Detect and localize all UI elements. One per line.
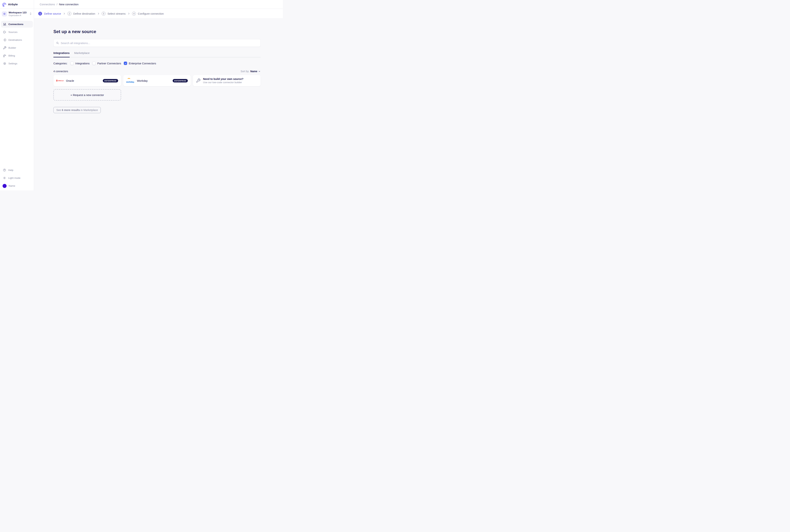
category-label: Partner Connectors: [97, 62, 121, 65]
category-label: Integrations: [75, 62, 90, 65]
step-number: 1: [38, 12, 42, 16]
destinations-icon: [3, 38, 6, 42]
step-label: Configure connection: [138, 12, 164, 15]
checkbox-checked[interactable]: [124, 62, 127, 65]
workspace-name: Workspace 123: [8, 11, 26, 14]
see-more-count: 6 more results: [62, 109, 80, 112]
chevron-right-icon: [97, 12, 100, 15]
builder-card-copy: Need to build your own source? Use our l…: [203, 77, 243, 84]
step-number: 4: [132, 12, 136, 16]
connections-icon: [3, 22, 6, 26]
brand-logo: Airbyte: [0, 0, 34, 9]
see-more-wrap: See 6 more results in Marketplace: [53, 107, 261, 113]
sidebar-nav: Connections Sources Dest: [0, 21, 34, 67]
connector-name: Workday: [137, 79, 148, 82]
oracle-wordmark: ORACLE: [58, 80, 64, 81]
connector-card-oracle[interactable]: ORACLE Oracle ENTERPRISE: [53, 75, 121, 86]
sources-icon: [3, 30, 6, 34]
check-icon: [124, 62, 127, 64]
workspace-initial-badge: O: [2, 11, 7, 16]
connector-grid: ORACLE Oracle ENTERPRISE workday. Workda…: [53, 75, 261, 100]
sidebar-item-billing[interactable]: Billing: [1, 52, 33, 59]
workspace-meta: Workspace 123 Organization A: [8, 11, 26, 16]
chevron-down-icon: [258, 70, 261, 73]
wrench-icon: [196, 78, 201, 83]
connector-card-workday[interactable]: workday. Workday ENTERPRISE: [123, 75, 191, 86]
footer-item-label: Help: [8, 169, 13, 171]
connector-name: Oracle: [66, 79, 74, 82]
workday-arc-mark: [127, 78, 131, 81]
categories-label: Categories:: [53, 62, 68, 65]
builder-icon: [3, 46, 6, 50]
sort-value: Name: [250, 70, 257, 73]
sidebar-item-connections[interactable]: Connections: [1, 21, 33, 27]
workspace-org: Organization A: [8, 14, 26, 16]
sidebar-item-label: Connections: [8, 23, 23, 25]
builder-card-subtitle: Use our low-code connector builder: [203, 81, 243, 84]
step-define-source: 1 Define source: [38, 12, 61, 16]
oracle-logo: ORACLE: [56, 80, 64, 81]
chevron-up-down-icon: [29, 12, 32, 16]
help-button[interactable]: Help: [0, 166, 34, 174]
light-mode-toggle[interactable]: Light mode: [0, 174, 34, 182]
step-label: Select streams: [108, 12, 126, 15]
step-configure-connection: 4 Configure connection: [132, 12, 164, 16]
category-partner-connectors[interactable]: Partner Connectors: [92, 62, 121, 65]
help-icon: [3, 168, 6, 172]
sidebar-item-destinations[interactable]: Destinations: [1, 37, 33, 43]
categories-filter: Categories: Integrations Partner Connect…: [53, 62, 261, 65]
sidebar-item-label: Destinations: [8, 39, 22, 41]
breadcrumb-current: New connection: [59, 3, 79, 6]
sidebar-item-label: Sources: [8, 31, 18, 34]
chevron-right-icon: [63, 12, 65, 15]
category-enterprise-connectors[interactable]: Enterprise Connectors: [124, 62, 156, 65]
request-new-connector-button[interactable]: + Request a new connector: [53, 89, 121, 100]
sort-by-label: Sort by:: [241, 70, 249, 73]
sidebar-footer: Help Light mode Name: [0, 166, 34, 190]
sidebar-item-sources[interactable]: Sources: [1, 29, 33, 36]
checkbox-unchecked[interactable]: [92, 62, 96, 65]
sun-icon: [3, 176, 6, 180]
see-more-prefix: See: [56, 109, 62, 112]
tab-marketplace[interactable]: Marketplace: [74, 51, 90, 57]
page-title: Set up a new source: [53, 29, 261, 34]
airbyte-app: Airbyte O Workspace 123 Organization A: [0, 0, 283, 190]
brand-name: Airbyte: [8, 3, 18, 6]
results-header: 4 connectors Sort by: Name: [53, 70, 261, 73]
builder-card-title: Need to build your own source?: [203, 77, 243, 80]
sidebar-item-builder[interactable]: Builder: [1, 44, 33, 51]
sort-control[interactable]: Sort by: Name: [241, 70, 261, 73]
search-input[interactable]: [61, 41, 258, 44]
user-menu[interactable]: Name: [0, 182, 34, 190]
tab-integrations[interactable]: Integrations: [53, 51, 70, 57]
breadcrumb-separator: /: [57, 3, 57, 6]
connector-tabs: Integrations Marketplace: [53, 51, 261, 57]
avatar: [3, 184, 6, 188]
workspace-selector[interactable]: O Workspace 123 Organization A: [0, 9, 34, 19]
breadcrumb-connections-link[interactable]: Connections: [40, 3, 55, 6]
sidebar-item-label: Settings: [8, 62, 17, 65]
connector-count: 4 connectors: [53, 70, 68, 73]
enterprise-badge: ENTERPRISE: [103, 79, 118, 82]
step-label: Define destination: [73, 12, 95, 15]
category-label: Enterprise Connectors: [129, 62, 156, 65]
breadcrumb: Connections / New connection: [34, 0, 283, 9]
sidebar: Airbyte O Workspace 123 Organization A: [0, 0, 34, 190]
category-integrations[interactable]: Integrations: [70, 62, 90, 65]
checkbox-unchecked[interactable]: [70, 62, 74, 65]
chevron-right-icon: [128, 12, 130, 15]
step-number: 3: [102, 12, 106, 16]
sidebar-item-label: Builder: [8, 46, 16, 49]
see-more-results-button[interactable]: See 6 more results in Marketplace: [53, 107, 101, 113]
sidebar-item-settings[interactable]: Settings: [1, 60, 33, 67]
footer-item-label: Light mode: [8, 177, 20, 179]
main-area: Connections / New connection 1 Define so…: [34, 0, 283, 190]
step-number: 2: [68, 12, 71, 16]
wizard-stepper: 1 Define source 2 Define destination 3 S…: [34, 9, 283, 19]
airbyte-logo-icon: [2, 2, 7, 7]
workday-logo: workday.: [126, 78, 135, 83]
workday-wordmark: workday.: [126, 81, 134, 83]
see-more-suffix: in Marketplace: [80, 109, 98, 112]
build-your-own-source-card[interactable]: Need to build your own source? Use our l…: [193, 75, 261, 86]
step-label: Define source: [44, 12, 61, 15]
